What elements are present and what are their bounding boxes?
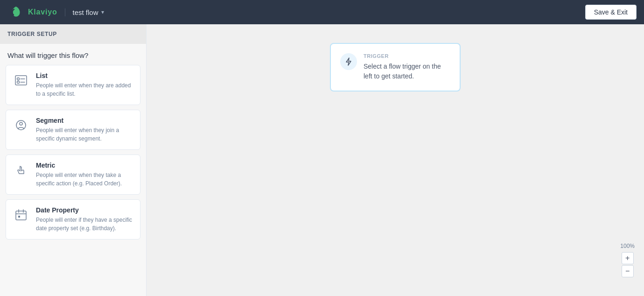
- zoom-level-label: 100%: [620, 243, 635, 249]
- segment-icon: [13, 117, 29, 134]
- date-property-icon: [13, 206, 29, 223]
- sidebar-header: TRIGGER SETUP: [0, 24, 146, 44]
- segment-card-title: Segment: [36, 117, 133, 124]
- flow-name-label: test flow: [73, 8, 98, 16]
- list-icon: [13, 72, 29, 89]
- top-navigation: Klaviyo test flow ▾ Save & Exit: [0, 0, 644, 24]
- svg-rect-7: [18, 216, 20, 218]
- flow-name-dropdown-icon[interactable]: ▾: [101, 9, 104, 15]
- trigger-bolt-icon: [340, 53, 357, 70]
- trigger-placeholder-text: Select a flow trigger on the left to get…: [364, 62, 450, 81]
- date-property-card-desc: People will enter if they have a specifi…: [36, 216, 133, 233]
- flow-canvas: Trigger Select a flow trigger on the lef…: [147, 24, 644, 296]
- trigger-sidebar: TRIGGER SETUP What will trigger this flo…: [0, 24, 147, 296]
- zoom-controls: 100% + −: [620, 243, 635, 277]
- trigger-card-date-property[interactable]: Date Property People will enter if they …: [6, 199, 140, 240]
- svg-point-5: [20, 122, 22, 125]
- klaviyo-logo: [7, 4, 24, 21]
- flow-name-area: test flow ▾: [65, 8, 104, 16]
- metric-card-desc: People will enter when they take a speci…: [36, 171, 133, 188]
- trigger-card-segment[interactable]: Segment People will enter when they join…: [6, 110, 140, 150]
- logo-area: Klaviyo: [7, 4, 57, 21]
- svg-rect-1: [15, 76, 27, 85]
- list-card-desc: People will enter when they are added to…: [36, 81, 133, 98]
- metric-card-content: Metric People will enter when they take …: [36, 162, 133, 188]
- zoom-in-button[interactable]: +: [622, 252, 634, 264]
- date-property-card-title: Date Property: [36, 206, 133, 214]
- zoom-out-button[interactable]: −: [622, 265, 634, 277]
- date-property-card-content: Date Property People will enter if they …: [36, 206, 133, 233]
- segment-card-desc: People will enter when they join a speci…: [36, 126, 133, 143]
- svg-rect-6: [16, 211, 26, 220]
- trigger-placeholder-content: Trigger Select a flow trigger on the lef…: [364, 53, 450, 81]
- trigger-question: What will trigger this flow?: [0, 44, 146, 65]
- segment-card-content: Segment People will enter when they join…: [36, 117, 133, 143]
- trigger-card-metric[interactable]: Metric People will enter when they take …: [6, 155, 140, 195]
- svg-point-2: [17, 78, 20, 80]
- trigger-card-list[interactable]: List People will enter when they are add…: [6, 65, 140, 105]
- topnav-left: Klaviyo test flow ▾: [7, 4, 104, 21]
- metric-card-title: Metric: [36, 162, 133, 169]
- save-exit-button[interactable]: Save & Exit: [585, 5, 637, 20]
- metric-icon: [13, 162, 29, 178]
- main-layout: TRIGGER SETUP What will trigger this flo…: [0, 24, 644, 296]
- trigger-placeholder-label: Trigger: [364, 53, 450, 59]
- list-card-content: List People will enter when they are add…: [36, 72, 133, 98]
- klaviyo-wordmark: Klaviyo: [28, 8, 57, 16]
- svg-point-3: [17, 81, 20, 84]
- list-card-title: List: [36, 72, 133, 79]
- trigger-placeholder-box: Trigger Select a flow trigger on the lef…: [330, 43, 461, 92]
